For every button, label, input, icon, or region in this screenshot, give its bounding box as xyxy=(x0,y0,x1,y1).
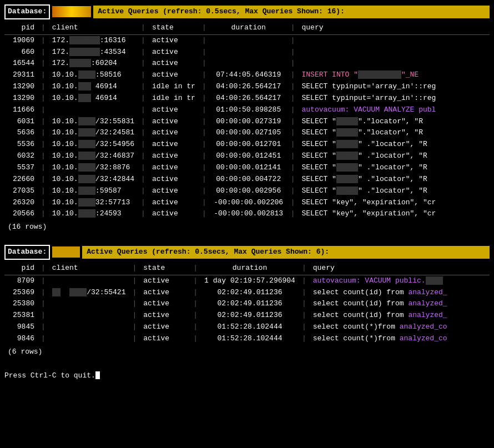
cell-query xyxy=(299,47,490,58)
cell-duration: 04:00:26.564217 xyxy=(210,93,288,104)
cell-state: active xyxy=(149,150,199,162)
cell-query xyxy=(299,34,490,46)
cell-duration: 02:02:49.011236 xyxy=(201,310,299,321)
cell-state: active xyxy=(140,275,190,286)
cell-duration: 01:00:50.898285 xyxy=(210,104,288,116)
table-row: 19069 | 172.■■■■■■■:16316 | active | | xyxy=(4,34,490,46)
cell-duration: 01:52:28.102444 xyxy=(201,321,299,333)
col-sep-2c: | xyxy=(190,262,201,275)
cell-pid: 25369 xyxy=(4,287,38,299)
table-row: 25369 | ■■ ■■■■/32:55421 | active | 02:0… xyxy=(4,287,490,299)
col-header-client-1: client xyxy=(49,22,138,34)
cell-state: active xyxy=(149,197,199,209)
cell-client xyxy=(49,104,138,116)
cell-query: select count(id) from analyzed_ xyxy=(310,310,490,321)
cell-query: SELECT "■■■■■" ."locator", "R xyxy=(299,185,490,197)
cell-duration: 00:00:00.027319 xyxy=(210,116,288,128)
cell-query: SELECT "■■■■■" ."locator", "R xyxy=(299,139,490,150)
cell-query: autovacuum: VACUUM ANALYZE publ xyxy=(299,104,490,116)
col-header-state-1: state xyxy=(149,22,199,34)
col-header-duration-2: duration xyxy=(201,262,299,275)
cell-state: active xyxy=(149,104,199,116)
cell-state: active xyxy=(140,310,190,321)
cell-duration: 1 day 02:19:57.296904 xyxy=(201,275,299,286)
query-header-2: Active Queries (refresh: 0.5secs, Max Qu… xyxy=(82,246,490,259)
cell-pid: 6031 xyxy=(4,116,38,128)
cell-client xyxy=(49,333,129,345)
table-row: 29311 | 10.10.■■■■:58516 | active | 07:4… xyxy=(4,69,490,81)
cell-pid: 660 xyxy=(4,47,38,58)
cell-client: ■■ ■■■■/32:55421 xyxy=(49,287,129,299)
table-row: 5536 | 10.10.■■■■/32:54956 | active | 00… xyxy=(4,139,490,150)
table-row: 20566 | 10.10.■■■■:24593 | active | -00:… xyxy=(4,208,490,220)
cell-pid: 29311 xyxy=(4,69,38,81)
cell-query: SELECT typinput='array_in'::reg xyxy=(299,81,490,93)
cell-state: active xyxy=(149,127,199,139)
col-sep-1a: | xyxy=(38,22,49,34)
col-sep-1b: | xyxy=(138,22,149,34)
cell-query: select count(id) from analyzed_ xyxy=(310,287,490,299)
rows-count-1: (16 rows) xyxy=(4,221,490,234)
cell-state: active xyxy=(149,139,199,150)
cell-duration: 01:52:28.102444 xyxy=(201,333,299,345)
cell-client: 10.10.■■■■:59587 xyxy=(49,185,138,197)
database-panel-2: Database: Active Queries (refresh: 0.5se… xyxy=(4,245,490,359)
cell-query: autovacuum: VACUUM public.■■■■ xyxy=(310,275,490,286)
cell-state: active xyxy=(149,34,199,46)
col-header-duration-1: duration xyxy=(210,22,288,34)
cell-pid: 5536 xyxy=(4,139,38,150)
cell-pid: 9845 xyxy=(4,321,38,333)
cell-client xyxy=(49,321,129,333)
cell-query: SELECT "■■■■■"."locator", "R xyxy=(299,116,490,128)
cell-query: SELECT "■■■■■" ."locator", "R xyxy=(299,174,490,185)
header-bar-1: Database: Active Queries (refresh: 0.5se… xyxy=(4,4,490,19)
cell-client: 10.10.■■■■:58516 xyxy=(49,69,138,81)
table-row: 5537 | 10.10.■■■■/32:8876 | active | 00:… xyxy=(4,162,490,174)
table-row: 9845 | | active | 01:52:28.102444 | sele… xyxy=(4,321,490,333)
cell-duration: 00:00:00.004722 xyxy=(210,174,288,185)
cell-state: active xyxy=(149,208,199,220)
table-row: 660 | 172.■■■■■■■:43534 | active | | xyxy=(4,47,490,58)
cell-state: active xyxy=(149,174,199,185)
cell-pid: 8709 xyxy=(4,275,38,286)
table-row: 26320 | 10.10.■■■■32:57713 | active | -0… xyxy=(4,197,490,209)
db-color-indicator-1 xyxy=(52,6,91,17)
cell-client: 10.10.■■■■/32:54956 xyxy=(49,139,138,150)
cell-client: 10.10.■■■■32:57713 xyxy=(49,197,138,209)
cell-query: select count(*)from analyzed_co xyxy=(310,321,490,333)
cell-state: active xyxy=(149,185,199,197)
header-bar-2: Database: Active Queries (refresh: 0.5se… xyxy=(4,245,490,260)
table-row: 6032 | 10.10.■■■■/32:46837 | active | 00… xyxy=(4,150,490,162)
cell-client: 10.10.■■■ 46914 xyxy=(49,81,138,93)
query-header-1: Active Queries (refresh: 0.5secs, Max Qu… xyxy=(93,6,490,18)
cell-client: 172.■■■■■:60204 xyxy=(49,58,138,69)
cell-query: select count(id) from analyzed_ xyxy=(310,298,490,310)
cell-query: INSERT INTO "■■■■■■■■■■"_NE xyxy=(299,69,490,81)
cell-duration xyxy=(210,58,288,69)
cursor-block xyxy=(95,371,100,379)
col-header-pid-2: pid xyxy=(4,262,38,275)
cell-client: 10.10.■■■■/32:24581 xyxy=(49,127,138,139)
cell-state: active xyxy=(149,162,199,174)
table-row: 11666 | | active | 01:00:50.898285 | aut… xyxy=(4,104,490,116)
cell-duration: 02:02:49.011236 xyxy=(201,287,299,299)
cell-pid: 16544 xyxy=(4,58,38,69)
cell-duration: 00:00:00.012701 xyxy=(210,139,288,150)
cell-duration: 02:02:49.011236 xyxy=(201,298,299,310)
cell-duration: -00:00:00.002206 xyxy=(210,197,288,209)
cell-duration: 07:44:05.646319 xyxy=(210,69,288,81)
cell-duration: 00:00:00.027105 xyxy=(210,127,288,139)
table-row: 25381 | | active | 02:02:49.011236 | sel… xyxy=(4,310,490,321)
cell-client: 10.10.■■■■/32:42844 xyxy=(49,174,138,185)
col-header-client-2: client xyxy=(49,262,129,275)
cell-client: 10.10.■■■■/32:8876 xyxy=(49,162,138,174)
col-header-query-2: query xyxy=(310,262,490,275)
cell-pid: 26320 xyxy=(4,197,38,209)
cell-state: idle in tr xyxy=(149,93,199,104)
col-header-query-1: query xyxy=(299,22,490,34)
cell-state: active xyxy=(149,69,199,81)
cell-pid: 5537 xyxy=(4,162,38,174)
cell-pid: 27035 xyxy=(4,185,38,197)
cell-client: 10.10.■■■■:24593 xyxy=(49,208,138,220)
cell-pid: 13290 xyxy=(4,93,38,104)
